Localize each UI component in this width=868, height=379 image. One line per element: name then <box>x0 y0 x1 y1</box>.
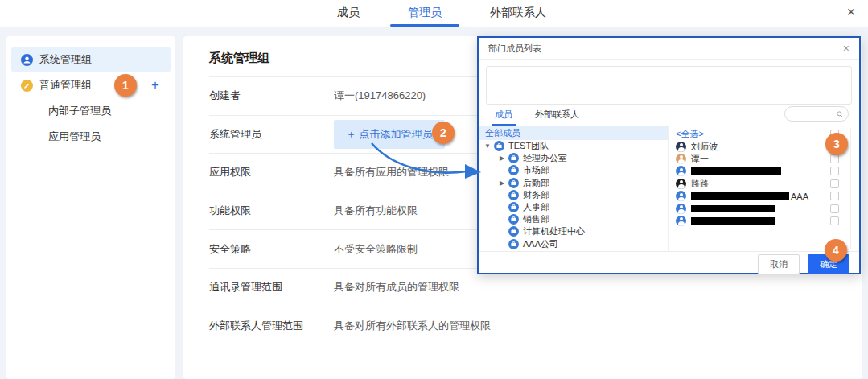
member-row-6[interactable] <box>669 215 850 227</box>
search-input[interactable] <box>790 109 837 118</box>
step-1-badge: 1 <box>114 74 137 97</box>
close-icon[interactable]: × <box>842 3 860 21</box>
admin-groups-sidebar: 系统管理组普通管理组+内部子管理员应用管理员 1 <box>6 36 175 379</box>
member-avatar <box>676 179 686 189</box>
search-icon <box>837 110 843 118</box>
member-row-2[interactable] <box>669 165 850 177</box>
department-icon <box>508 190 519 200</box>
member-checkbox[interactable] <box>830 167 839 175</box>
person-icon <box>21 54 33 66</box>
tree-item-6[interactable]: 销售部 <box>479 213 668 225</box>
department-icon <box>508 239 519 249</box>
sidebar-item-0[interactable]: 系统管理组 <box>11 47 171 72</box>
member-avatar <box>676 166 686 176</box>
tab-members[interactable]: 成员 <box>334 0 363 27</box>
tree-item-3[interactable]: ▶后勤部 <box>479 177 668 189</box>
add-admin-button[interactable]: ＋ 点击添加管理员 <box>334 120 445 149</box>
row-label: 系统管理员 <box>209 127 334 142</box>
tree-item-0[interactable]: ▼TEST团队 <box>479 140 668 152</box>
tree-item-7[interactable]: 计算机处理中心 <box>479 225 668 237</box>
dialog-tabs: 成员 外部联系人 <box>479 105 859 126</box>
department-member-list-dialog: 部门成员列表 × 成员 外部联系人 全部成员 ▼TEST团队▶经理办公室市场部▶… <box>477 36 861 274</box>
tree-item-4[interactable]: 财务部 <box>479 189 668 201</box>
sidebar-item-label: 普通管理组 <box>39 78 92 93</box>
member-row-5[interactable] <box>669 202 850 214</box>
sidebar-item-1[interactable]: 普通管理组+ <box>11 72 171 98</box>
member-row-1[interactable]: 谭一 <box>669 153 850 165</box>
department-icon <box>494 141 504 151</box>
select-all-link[interactable]: <全选> <box>676 128 704 140</box>
top-tabs: 成员 管理员 外部联系人 <box>334 0 591 27</box>
tree-item-1[interactable]: ▶经理办公室 <box>479 152 668 164</box>
member-checkbox[interactable] <box>830 204 839 213</box>
tree-item-8[interactable]: AAA公司 <box>479 238 668 250</box>
member-name: 谭一 <box>691 153 709 165</box>
member-avatar <box>676 154 686 164</box>
tree-all-members[interactable]: 全部成员 <box>479 126 668 140</box>
select-all-row: <全选> <box>669 128 850 140</box>
row-label: 应用权限 <box>209 165 334 179</box>
row-value: 具备对所有外部联系人的管理权限 <box>334 319 491 333</box>
row-label: 安全策略 <box>209 242 334 257</box>
caret-right-icon[interactable]: ▶ <box>498 179 506 187</box>
department-icon <box>508 178 519 188</box>
member-avatar <box>676 142 686 152</box>
sidebar-item-3[interactable]: 应用管理员 <box>11 124 171 150</box>
dialog-title: 部门成员列表 <box>488 43 843 55</box>
member-row-3[interactable]: 路路 <box>669 178 850 190</box>
tree-item-label: 后勤部 <box>523 177 549 189</box>
department-icon <box>494 141 504 151</box>
tree-item-2[interactable]: 市场部 <box>479 164 668 176</box>
tree-item-label: TEST团队 <box>508 140 549 152</box>
dialog-footer: 取消 确定 <box>479 251 859 276</box>
dialog-tab-external[interactable]: 外部联系人 <box>535 109 579 126</box>
department-icon <box>508 178 519 188</box>
member-row-0[interactable]: 刘师波 <box>669 140 850 152</box>
member-checkbox[interactable] <box>830 154 839 163</box>
department-icon <box>508 153 519 163</box>
cancel-button[interactable]: 取消 <box>758 254 800 274</box>
department-icon <box>508 226 519 237</box>
member-checkbox[interactable] <box>830 192 839 200</box>
search-box[interactable] <box>784 106 849 122</box>
row-value: 具备所有功能权限 <box>334 204 418 218</box>
redacted-name <box>691 217 775 225</box>
caret-right-icon[interactable]: ▶ <box>498 154 506 162</box>
member-checkbox[interactable] <box>830 216 839 225</box>
row-value: 谭一(19174866220) <box>334 89 426 103</box>
tab-external-contacts[interactable]: 外部联系人 <box>487 0 549 27</box>
dialog-header: 部门成员列表 × <box>479 38 859 60</box>
selected-members-box[interactable] <box>486 66 852 105</box>
row-value: 具备所有应用的管理权限 <box>334 165 449 179</box>
sidebar-item-2[interactable]: 内部子管理员 <box>11 98 171 124</box>
admin-group-icon <box>21 54 33 66</box>
tree-item-5[interactable]: 人事部 <box>479 201 668 213</box>
sidebar-item-label: 系统管理组 <box>39 52 92 67</box>
member-checkbox[interactable] <box>830 179 839 188</box>
caret-down-icon[interactable]: ▼ <box>483 142 492 150</box>
member-row-4[interactable]: AAA <box>669 190 850 202</box>
tree-item-label: 计算机处理中心 <box>523 225 585 237</box>
tree-item-label: 销售部 <box>523 213 549 225</box>
row-label: 通讯录管理范围 <box>209 280 334 295</box>
row-value: 具备对所有成员的管理权限 <box>334 280 459 295</box>
dialog-tab-members[interactable]: 成员 <box>495 109 512 126</box>
member-list: <全选>刘师波谭一路路AAA 3 <box>669 126 859 251</box>
redacted-name <box>691 192 789 200</box>
member-avatar <box>676 204 686 214</box>
top-bar: 成员 管理员 外部联系人 × <box>0 0 868 27</box>
department-icon <box>508 165 519 175</box>
pencil-icon <box>21 80 33 92</box>
add-group-icon[interactable]: + <box>151 77 159 93</box>
member-avatar <box>676 216 686 226</box>
member-name: 路路 <box>691 178 709 190</box>
sidebar-item-label: 内部子管理员 <box>48 104 111 118</box>
department-tree: 全部成员 ▼TEST团队▶经理办公室市场部▶后勤部财务部人事部销售部计算机处理中… <box>479 126 669 251</box>
dialog-close-icon[interactable]: × <box>843 43 849 54</box>
step-4-badge: 4 <box>825 239 847 262</box>
tab-admins[interactable]: 管理员 <box>405 0 445 27</box>
row-value: 不受安全策略限制 <box>334 242 418 257</box>
redacted-name <box>691 167 781 175</box>
row-label: 创建者 <box>209 89 334 103</box>
department-icon <box>508 214 519 225</box>
